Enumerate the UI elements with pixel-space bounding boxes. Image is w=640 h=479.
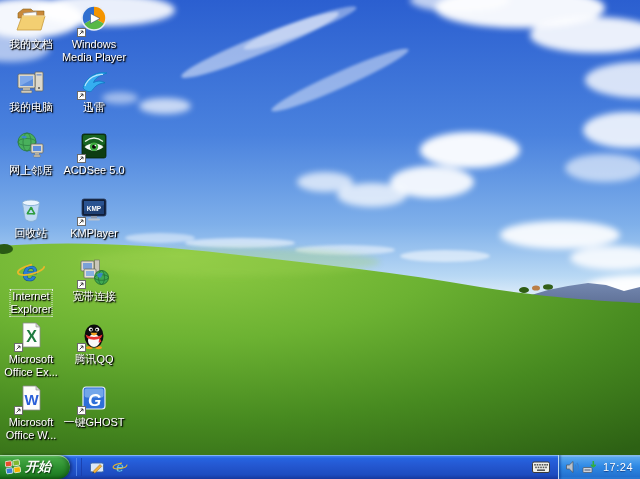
windows-media-player-icon (78, 4, 110, 36)
quick-launch-bar: e (84, 455, 133, 479)
icon-label: 网上邻居 (9, 164, 53, 177)
desktop-icon-internet-explorer[interactable]: e Internet Explorer (0, 256, 62, 316)
shortcut-arrow-icon (77, 280, 86, 289)
windows-xp-screen: 我的文档 我的电脑 (0, 0, 640, 479)
xunlei-bird-icon (78, 67, 110, 99)
my-computer-icon (15, 67, 47, 99)
desktop-icon-ms-office-excel[interactable]: X Microsoft Office Ex... (0, 319, 62, 379)
qq-penguin-icon (78, 319, 110, 351)
icon-label: 腾讯QQ (74, 353, 113, 366)
svg-text:e: e (116, 459, 124, 475)
start-label: 开始 (25, 458, 51, 476)
internet-explorer-icon: e (15, 256, 47, 288)
quick-launch-handle[interactable] (76, 458, 82, 476)
desktop-icon-my-computer[interactable]: 我的电脑 (0, 67, 62, 114)
desktop-icon-xunlei[interactable]: 迅雷 (63, 67, 125, 114)
shortcut-arrow-icon (14, 406, 23, 415)
icon-label: Windows Media Player (62, 38, 126, 64)
ghost-icon: G (78, 382, 110, 414)
icon-label: 迅雷 (83, 101, 105, 114)
word-icon: W (15, 382, 47, 414)
internet-explorer-quicklaunch-icon[interactable]: e (111, 458, 129, 476)
desktop-icon-yijian-ghost[interactable]: G 一键GHOST (63, 382, 125, 429)
windows-logo-icon (5, 459, 21, 475)
svg-text:G: G (88, 391, 101, 410)
svg-text:KMP: KMP (87, 205, 102, 212)
svg-text:W: W (24, 391, 39, 408)
start-button[interactable]: 开始 (0, 455, 70, 479)
desktop-icon-ms-office-word[interactable]: W Microsoft Office W... (0, 382, 62, 442)
acdsee-eye-icon (78, 130, 110, 162)
desktop-icon-my-documents[interactable]: 我的文档 (0, 4, 62, 51)
desktop-icon-acdsee[interactable]: ACDSee 5.0 (63, 130, 125, 177)
my-network-places-icon (15, 130, 47, 162)
desktop[interactable]: 我的文档 我的电脑 (0, 0, 640, 455)
icon-label: 一键GHOST (63, 416, 124, 429)
icon-label: Internet Explorer (11, 290, 52, 316)
shortcut-arrow-icon (77, 28, 86, 37)
icon-label: 我的电脑 (9, 101, 53, 114)
shortcut-arrow-icon (14, 343, 23, 352)
icon-label: ACDSee 5.0 (63, 164, 124, 177)
broadband-connection-icon (78, 256, 110, 288)
my-documents-icon (15, 4, 47, 36)
shortcut-arrow-icon (77, 217, 86, 226)
icon-label: 回收站 (15, 227, 48, 240)
desktop-icon-my-network-places[interactable]: 网上邻居 (0, 130, 62, 177)
taskbar: 开始 e (0, 455, 640, 479)
excel-icon: X (15, 319, 47, 351)
kmplayer-icon: KMP (78, 193, 110, 225)
svg-text:X: X (26, 328, 37, 345)
shortcut-arrow-icon (77, 406, 86, 415)
safely-remove-hardware-icon[interactable] (581, 459, 597, 475)
input-method-keyboard-icon[interactable] (524, 455, 558, 479)
icon-label: KMPlayer (70, 227, 118, 240)
shortcut-arrow-icon (77, 91, 86, 100)
icon-label: 宽带连接 (72, 290, 116, 303)
desktop-icon-recycle-bin[interactable]: 回收站 (0, 193, 62, 240)
svg-text:e: e (22, 257, 37, 287)
desktop-icon-broadband-connection[interactable]: 宽带连接 (63, 256, 125, 303)
desktop-icon-windows-media-player[interactable]: Windows Media Player (63, 4, 125, 64)
icon-label: Microsoft Office Ex... (4, 353, 58, 379)
icon-label: Microsoft Office W... (6, 416, 57, 442)
desktop-icon-kmplayer[interactable]: KMP KMPlayer (63, 193, 125, 240)
system-tray: 17:24 (558, 455, 640, 479)
shortcut-arrow-icon (77, 154, 86, 163)
desktop-icon-tencent-qq[interactable]: 腾讯QQ (63, 319, 125, 366)
shortcut-arrow-icon (77, 343, 86, 352)
show-desktop-icon[interactable] (88, 458, 106, 476)
volume-icon[interactable] (564, 459, 580, 475)
recycle-bin-icon (15, 193, 47, 225)
taskbar-clock[interactable]: 17:24 (603, 461, 633, 473)
icon-label: 我的文档 (9, 38, 53, 51)
